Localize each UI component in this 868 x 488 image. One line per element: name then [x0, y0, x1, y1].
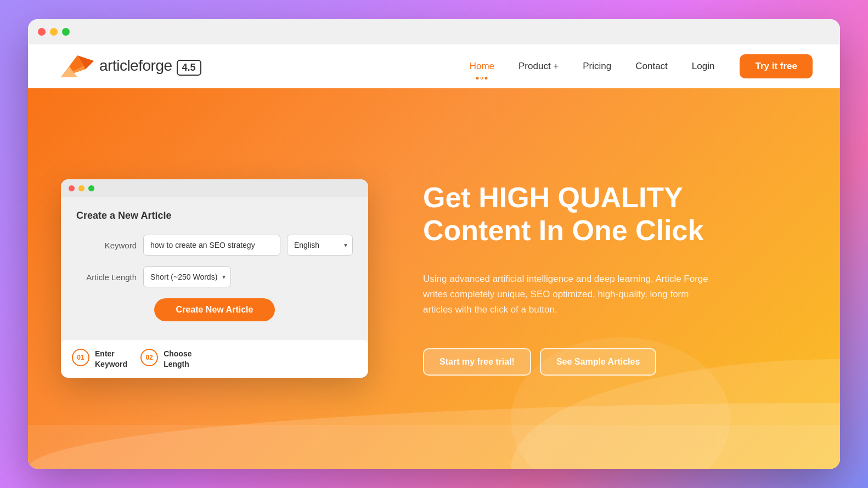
hero-section: Create a New Article Keyword English Spa… — [28, 88, 840, 469]
try-free-button[interactable]: Try it free — [740, 54, 813, 78]
bg-shape-3 — [28, 425, 840, 469]
mockup-body: Create a New Article Keyword English Spa… — [61, 197, 368, 340]
cta-primary-button[interactable]: Start my free trial! — [423, 348, 531, 376]
length-label: Article Length — [76, 273, 137, 282]
hero-buttons: Start my free trial! See Sample Articles — [423, 348, 807, 376]
browser-dot-green[interactable] — [62, 28, 70, 36]
create-article-button[interactable]: Create New Article — [154, 298, 275, 321]
nav-dot-1 — [476, 77, 479, 80]
nav-item-home[interactable]: Home — [460, 56, 504, 76]
language-select-wrapper: English Spanish French — [287, 235, 353, 256]
cta-secondary-button[interactable]: See Sample Articles — [540, 348, 656, 376]
hero-subtext: Using advanced artificial intelligence a… — [423, 271, 708, 317]
mockup-dot-yellow — [78, 185, 84, 191]
headline-line1: Get HIGH QUALITY — [423, 181, 683, 213]
app-mockup: Create a New Article Keyword English Spa… — [61, 179, 368, 377]
logo-icon — [55, 50, 99, 83]
nav: Home Product + Pricing Contact — [460, 54, 813, 78]
logo-article: article — [99, 57, 138, 74]
nav-item-product[interactable]: Product + — [509, 56, 568, 76]
mockup-dot-green — [88, 185, 94, 191]
nav-dot-2 — [481, 77, 483, 80]
nav-item-contact[interactable]: Contact — [625, 56, 678, 76]
nav-item-login[interactable]: Login — [682, 56, 725, 76]
logo-area: articleforge4.5 — [55, 50, 201, 83]
logo-forge: forge — [138, 57, 172, 74]
header: articleforge4.5 Home Product + Pricing — [28, 44, 840, 88]
browser-window: articleforge4.5 Home Product + Pricing — [28, 19, 840, 469]
keyword-label: Keyword — [76, 241, 137, 250]
keyword-input[interactable] — [143, 235, 280, 256]
browser-dot-red[interactable] — [38, 28, 46, 36]
language-select[interactable]: English Spanish French — [287, 235, 353, 256]
nav-active-indicator — [476, 77, 488, 80]
keyword-row: Keyword English Spanish French — [76, 235, 353, 256]
logo-text: articleforge4.5 — [99, 57, 201, 76]
step-1: 01 EnterKeyword — [72, 349, 127, 368]
browser-chrome — [28, 19, 840, 44]
nav-dot-3 — [485, 77, 488, 80]
steps-panel: 01 EnterKeyword 02 ChooseLength — [61, 340, 368, 377]
hero-right: Get HIGH QUALITY Content In One Click Us… — [390, 181, 807, 376]
length-select-wrapper: Short (~250 Words) Medium (~500 Words) L… — [143, 266, 231, 287]
mockup-chrome — [61, 179, 368, 197]
mockup-dot-red — [69, 185, 75, 191]
step-2-text: ChooseLength — [164, 349, 191, 368]
hero-left: Create a New Article Keyword English Spa… — [61, 179, 390, 377]
hero-headline: Get HIGH QUALITY Content In One Click — [423, 181, 807, 247]
step-2-number: 02 — [140, 349, 158, 366]
step-1-number: 01 — [72, 349, 89, 366]
length-row: Article Length Short (~250 Words) Medium… — [76, 266, 353, 287]
logo-version: 4.5 — [177, 60, 201, 76]
nav-item-pricing[interactable]: Pricing — [573, 56, 621, 76]
step-2: 02 ChooseLength — [140, 349, 191, 368]
step-1-text: EnterKeyword — [95, 349, 127, 368]
headline-line2: Content In One Click — [423, 214, 703, 246]
length-select[interactable]: Short (~250 Words) Medium (~500 Words) L… — [143, 266, 231, 287]
browser-body: articleforge4.5 Home Product + Pricing — [28, 44, 840, 469]
browser-dot-yellow[interactable] — [50, 28, 58, 36]
mockup-title: Create a New Article — [76, 210, 353, 222]
